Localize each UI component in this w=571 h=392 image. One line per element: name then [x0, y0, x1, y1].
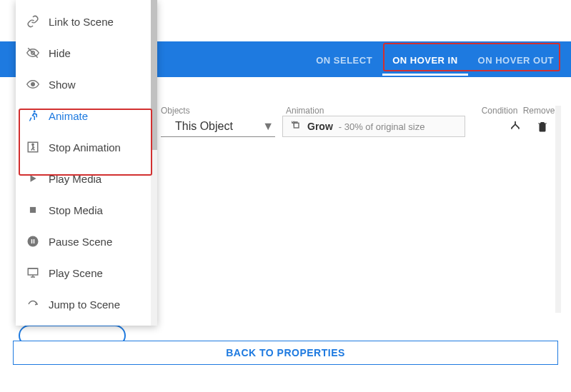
svg-rect-6	[30, 207, 36, 213]
svg-point-5	[32, 144, 34, 145]
menu-item-hide[interactable]: Hide	[16, 37, 157, 69]
exit-icon	[26, 140, 40, 154]
svg-rect-10	[28, 268, 38, 275]
label-condition: Condition	[478, 106, 521, 116]
svg-point-3	[34, 111, 36, 113]
presentation-icon	[26, 266, 40, 280]
jump-icon	[26, 297, 40, 311]
menu-item-pause-scene[interactable]: Pause Scene	[16, 226, 157, 257]
menu-item-play-scene[interactable]: Play Scene	[16, 257, 157, 288]
remove-button[interactable]	[532, 116, 552, 136]
menu-item-label: Hide	[49, 47, 71, 59]
menu-item-label: Play Media	[49, 173, 101, 185]
label-animation: Animation	[286, 106, 472, 116]
menu-item-jump-to-scene[interactable]: Jump to Scene	[16, 288, 157, 320]
label-objects: Objects	[161, 106, 279, 116]
link-icon	[26, 14, 40, 29]
eye-icon	[26, 77, 40, 91]
menu-item-label: Stop Animation	[49, 141, 121, 154]
svg-point-2	[31, 83, 35, 86]
menu-scrollbar[interactable]	[151, 0, 157, 326]
menu-item-label: Jump to Scene	[49, 298, 120, 311]
menu-item-label: Play Scene	[49, 267, 103, 279]
objects-dropdown-value: This Object	[175, 120, 233, 133]
menu-item-show[interactable]: Show	[16, 69, 157, 100]
menu-item-play-media[interactable]: Play Media	[16, 163, 157, 194]
svg-rect-11	[294, 123, 299, 128]
actions-menu: Link to Scene Hide Show Animate Stop Ani…	[16, 0, 157, 326]
chevron-down-icon: ▼	[262, 120, 274, 133]
play-icon	[26, 171, 40, 186]
animation-sub: - 30% of original size	[339, 121, 425, 132]
objects-dropdown[interactable]: This Object ▼	[161, 116, 275, 137]
condition-button[interactable]	[505, 116, 525, 136]
action-row: This Object ▼ Grow - 30% of original siz…	[161, 116, 552, 137]
trash-icon	[536, 120, 549, 133]
menu-item-label: Link to Scene	[49, 16, 114, 28]
menu-item-animate[interactable]: Animate	[16, 100, 157, 131]
menu-item-stop-media[interactable]: Stop Media	[16, 194, 157, 226]
menu-item-label: Animate	[49, 110, 88, 122]
grow-icon	[290, 119, 302, 134]
menu-item-stop-animation[interactable]: Stop Animation	[16, 131, 157, 163]
menu-scrollbar-thumb[interactable]	[151, 0, 157, 150]
run-icon	[26, 109, 40, 123]
animation-name: Grow	[307, 121, 333, 132]
tab-on-hover-out[interactable]: ON HOVER OUT	[468, 44, 564, 76]
back-to-properties-button[interactable]: BACK TO PROPERTIES	[13, 341, 558, 365]
svg-point-7	[28, 236, 39, 247]
tab-on-hover-in[interactable]: ON HOVER IN	[382, 44, 467, 76]
branch-icon	[508, 119, 522, 134]
menu-item-link-to-scene[interactable]: Link to Scene	[16, 6, 157, 37]
row-labels: Objects Animation Condition Remove	[161, 106, 557, 116]
menu-item-label: Stop Media	[49, 204, 103, 216]
stop-icon	[26, 203, 40, 217]
eye-off-icon	[26, 46, 40, 60]
animation-button[interactable]: Grow - 30% of original size	[282, 116, 465, 137]
tab-on-select[interactable]: ON SELECT	[306, 44, 382, 76]
svg-rect-9	[34, 239, 35, 243]
svg-rect-8	[31, 239, 33, 243]
pause-circle-icon	[26, 234, 40, 248]
label-remove: Remove	[521, 106, 557, 116]
menu-item-label: Show	[49, 79, 76, 91]
menu-item-label: Pause Scene	[49, 236, 112, 248]
content-scrollbar[interactable]	[555, 106, 561, 313]
